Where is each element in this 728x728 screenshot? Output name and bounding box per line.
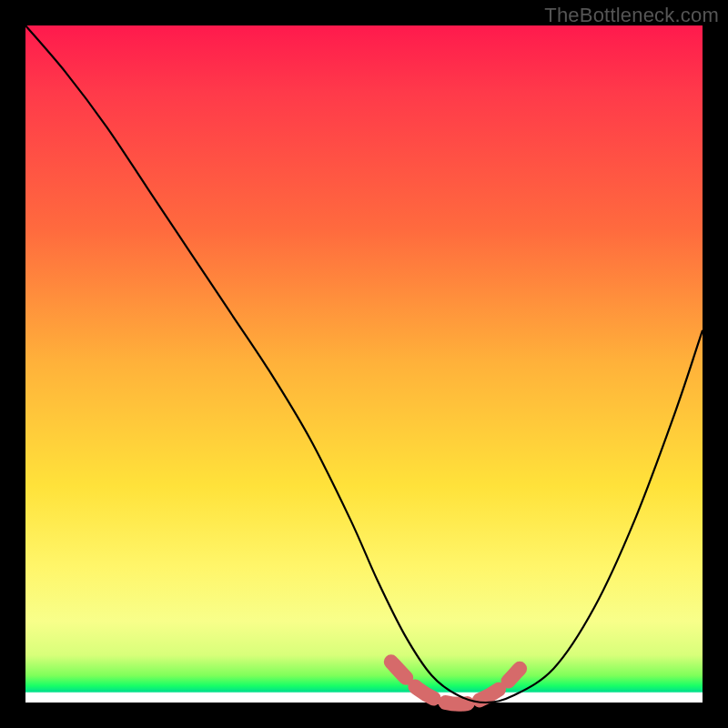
- optimal-range-highlight: [391, 662, 520, 704]
- bottleneck-curve: [25, 25, 703, 703]
- chart-frame: TheBottleneck.com: [0, 0, 728, 728]
- plot-area: [25, 25, 703, 703]
- watermark-text: TheBottleneck.com: [544, 4, 719, 27]
- curve-svg: [25, 25, 703, 703]
